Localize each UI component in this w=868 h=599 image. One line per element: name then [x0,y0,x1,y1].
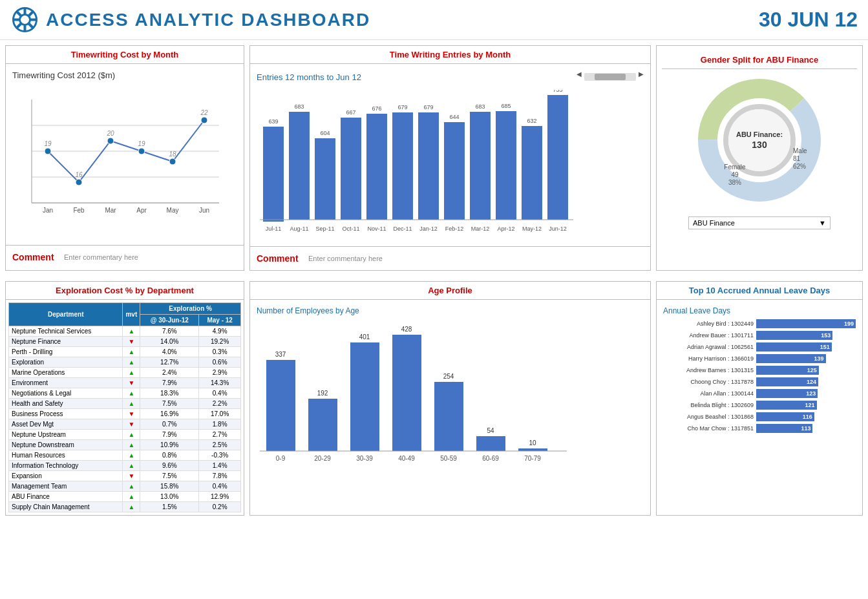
timewriting-panel: Timewriting Cost by Month Timewriting Co… [5,45,244,271]
svg-text:Feb-12: Feb-12 [445,226,464,232]
table-row: Expansion ▼ 7.5% 7.8% [9,471,241,481]
list-item: Cho Mar Chow : 1317851 113 [663,424,856,433]
bottom-row: Exploration Cost % by Department Departm… [0,276,868,521]
svg-text:49: 49 [731,171,739,178]
dept-name: Supply Chain Management [9,502,123,512]
dept-name: Human Resources [9,450,123,461]
mvt-cell: ▼ [123,337,140,347]
svg-rect-87 [308,399,337,451]
table-row: Asset Dev Mgt ▼ 0.7% 1.8% [9,419,241,430]
age-bar-svg: 337 0-9 192 20-29 401 30-39 428 40-49 [257,322,573,470]
svg-rect-35 [263,127,284,222]
leave-person-name: Ashley Bird : 1302449 [663,321,754,327]
logo-area: ACCESS ANALYTIC DASHBOARD [10,5,370,34]
mvt-cell: ▼ [123,471,140,481]
svg-rect-90 [350,342,379,451]
svg-point-19 [138,148,145,154]
svg-text:683: 683 [475,103,485,110]
leave-person-name: Andrew Bauer : 1301711 [663,332,754,339]
dropdown-arrow-icon: ▼ [819,219,826,227]
svg-line-8 [29,11,34,16]
dept-name: Management Team [9,481,123,492]
svg-text:Male: Male [793,147,807,154]
leave-value: 199 [844,321,854,327]
top-row: Timewriting Cost by Month Timewriting Co… [0,40,868,276]
exploration-title: Exploration Cost % by Department [6,282,244,300]
leave-person-name: Andrew Barnes : 1301315 [663,367,754,373]
svg-rect-53 [418,112,439,220]
may-val-cell: 0.4% [199,481,241,492]
leave-bar: 116 [756,412,814,421]
may-val-cell: 1.4% [199,461,241,471]
leave-bar-wrap: 151 [756,342,856,352]
table-row: Supply Chain Management ▲ 1.5% 0.2% [9,502,241,512]
col-may: May - 12 [199,315,241,326]
arrow-up-icon: ▲ [128,400,134,407]
may-val-cell: 19.2% [199,337,241,347]
svg-text:20: 20 [106,130,114,137]
arrow-right[interactable]: ▶ [639,70,644,83]
svg-text:20-29: 20-29 [314,455,331,462]
mvt-cell: ▼ [123,409,140,419]
mvt-cell: ▲ [123,481,140,492]
svg-text:18: 18 [169,151,176,158]
dept-name: ABU Finance [9,492,123,502]
date-val-cell: 7.9% [140,430,199,440]
leave-value: 116 [803,414,812,420]
mvt-cell: ▲ [123,461,140,471]
leave-bar: 121 [756,401,817,410]
svg-text:735: 735 [553,90,562,93]
may-val-cell: 2.7% [199,430,241,440]
svg-text:Oct-11: Oct-11 [342,226,359,232]
leave-panel: Top 10 Accrued Annual Leave Days Annual … [656,281,863,516]
arrow-up-icon: ▲ [128,328,134,335]
dept-name: Neptune Finance [9,337,123,347]
svg-text:19: 19 [138,140,145,147]
leave-person-name: Cho Mar Chow : 1317851 [663,425,754,432]
svg-text:38%: 38% [728,179,741,186]
entries-chart-title: Entries 12 months to Jun 12 ◀ ▶ [257,70,644,83]
may-val-cell: 2.5% [199,440,241,450]
tw-comment-box: Comment Enter commentary here [6,245,244,269]
leave-bar-wrap: 199 [756,319,856,328]
leave-value: 123 [806,390,816,397]
svg-text:Apr: Apr [136,207,147,214]
list-item: Harry Harrison : 1366019 139 [663,354,856,363]
dept-name: Exploration [9,357,123,368]
svg-text:May-12: May-12 [522,226,542,232]
date-val-cell: 4.0% [140,347,199,357]
leave-person-name: Harry Harrison : 1366019 [663,355,754,362]
table-row: Marine Operations ▲ 2.4% 2.9% [9,368,241,378]
arrow-left[interactable]: ◀ [577,70,582,83]
dept-name: Asset Dev Mgt [9,419,123,430]
arrow-up-icon: ▲ [128,348,134,355]
table-row: Negotiations & Legal ▲ 18.3% 0.4% [9,388,241,399]
may-val-cell: 7.8% [199,471,241,481]
dept-name: Neptune Downstream [9,440,123,450]
leave-value: 124 [807,379,816,385]
svg-text:Jun-12: Jun-12 [549,226,567,232]
svg-rect-65 [522,126,542,220]
chart-nav-arrows[interactable]: ◀ ▶ [577,70,644,83]
svg-rect-99 [476,436,505,451]
arrow-up-icon: ▲ [128,431,134,438]
date-val-cell: 7.9% [140,378,199,388]
svg-rect-56 [444,122,465,220]
svg-point-18 [107,138,114,144]
entries-title: Time Writing Entries by Month [250,46,650,64]
arrow-up-icon: ▲ [128,369,134,376]
may-val-cell: 0.4% [199,388,241,399]
svg-text:337: 337 [275,351,286,358]
header-date: 30 JUN 12 [759,8,858,32]
svg-text:50-59: 50-59 [440,455,457,462]
entries-panel: Time Writing Entries by Month Entries 12… [249,45,651,271]
tw-comment-text: Enter commentary here [64,253,138,261]
header: ACCESS ANALYTIC DASHBOARD 30 JUN 12 [0,0,868,40]
svg-text:639: 639 [268,118,278,125]
mvt-cell: ▲ [123,357,140,368]
gender-dropdown[interactable]: ABU Finance ▼ [688,216,831,229]
table-row: Neptune Technical Services ▲ 7.6% 4.9% [9,326,241,337]
arrow-up-icon: ▲ [128,493,134,500]
list-item: Angus Beashel : 1301868 116 [663,412,856,421]
entries-chart: Entries 12 months to Jun 12 ◀ ▶ 639 Jul-… [250,64,650,246]
